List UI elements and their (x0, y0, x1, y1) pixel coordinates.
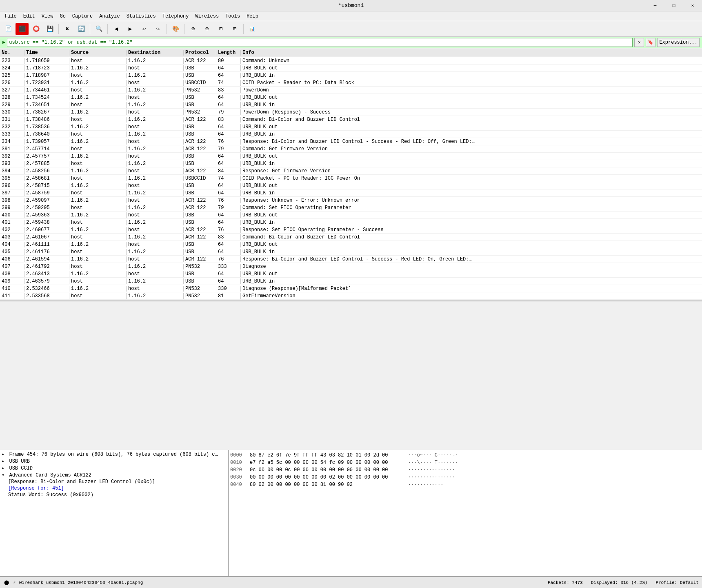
packet-list[interactable]: No. Time Source Destination Protocol Len… (0, 48, 702, 301)
hex-panel[interactable]: 0000 80 87 e2 6f 7e 9f ff ff 43 03 82 10… (229, 450, 702, 576)
cell-no: 323 (0, 58, 24, 64)
header-info: Info (241, 50, 702, 56)
toolbar-new[interactable]: 📄 (2, 23, 15, 35)
detail-tree[interactable]: ▸ Frame 454: 76 bytes on wire (608 bits)… (0, 450, 229, 576)
filter-input[interactable] (7, 38, 633, 47)
expression-button[interactable]: Expression... (657, 38, 700, 47)
table-row[interactable]: 329 1.734651 host 1.16.2 USB 64 URB_BULK… (0, 101, 702, 109)
table-row[interactable]: 399 2.459295 host 1.16.2 ACR 122 79 Comm… (0, 204, 702, 212)
table-row[interactable]: 327 1.734461 host 1.16.2 PN532 83 PowerD… (0, 87, 702, 94)
cell-no: 411 (0, 293, 24, 299)
cell-time: 2.459363 (24, 212, 69, 218)
table-row[interactable]: 392 2.457757 1.16.2 host USB 64 URB_BULK… (0, 153, 702, 160)
tree-frame[interactable]: ▸ Frame 454: 76 bytes on wire (608 bits)… (0, 451, 228, 458)
toolbar-colorize[interactable]: 🎨 (169, 23, 182, 35)
toolbar-reload[interactable]: 🔄 (75, 23, 88, 35)
menu-tools[interactable]: Tools (222, 11, 243, 21)
toolbar-capture-interfaces[interactable]: 📊 (246, 23, 259, 35)
table-row[interactable]: 402 2.460677 1.16.2 host ACR 122 76 Resp… (0, 226, 702, 234)
table-row[interactable]: 405 2.461176 host 1.16.2 USB 64 URB_BULK… (0, 248, 702, 256)
table-row[interactable]: 328 1.734524 1.16.2 host USB 64 URB_BULK… (0, 94, 702, 101)
cell-dst: 1.16.2 (127, 131, 184, 137)
toolbar-zoom-in[interactable]: ⊕ (187, 23, 200, 35)
toolbar-zoom-out[interactable]: ⊖ (200, 23, 213, 35)
table-row[interactable]: 334 1.739057 1.16.2 host ACR 122 76 Resp… (0, 138, 702, 145)
cell-no: 412 (0, 301, 24, 302)
cell-dst: host (127, 109, 184, 115)
table-row[interactable]: 395 2.458681 host 1.16.2 USBCCID 74 CCID… (0, 175, 702, 182)
minimize-button[interactable]: ─ (646, 0, 664, 11)
tree-response[interactable]: [Response: Bi-Color and Buzzer LED Contr… (0, 479, 228, 485)
toolbar-normal-size[interactable]: ⊡ (214, 23, 227, 35)
table-row[interactable]: 394 2.458256 1.16.2 host ACR 122 84 Resp… (0, 167, 702, 175)
table-row[interactable]: 391 2.457714 host 1.16.2 ACR 122 79 Comm… (0, 145, 702, 153)
toolbar-next[interactable]: ↪ (151, 23, 164, 35)
table-row[interactable]: 323 1.718659 host 1.16.2 ACR 122 80 Comm… (0, 57, 702, 65)
cell-len: 76 (216, 198, 241, 203)
table-row[interactable]: 393 2.457885 host 1.16.2 USB 64 URB_BULK… (0, 160, 702, 167)
cell-time: 2.458759 (24, 190, 69, 196)
tree-status-word[interactable]: Status Word: Success (0x9002) (0, 492, 228, 498)
toolbar-close-file[interactable]: ✖ (61, 23, 74, 35)
table-row[interactable]: 333 1.738640 host 1.16.2 USB 64 URB_BULK… (0, 131, 702, 138)
cell-info: CCID Packet - PC to Reader: ICC Power On (241, 176, 702, 181)
table-row[interactable]: 330 1.738267 1.16.2 host PN532 79 PowerD… (0, 109, 702, 116)
table-row[interactable]: 407 2.461792 host 1.16.2 PN532 333 Diagn… (0, 263, 702, 270)
table-row[interactable]: 398 2.459097 1.16.2 host ACR 122 76 Resp… (0, 197, 702, 204)
menu-statistics[interactable]: Statistics (123, 11, 159, 21)
cell-len: 64 (216, 271, 241, 277)
toolbar-prev[interactable]: ↩ (138, 23, 151, 35)
menu-analyze[interactable]: Analyze (96, 11, 123, 21)
table-row[interactable]: 404 2.461111 1.16.2 host USB 64 URB_BULK… (0, 241, 702, 248)
toolbar-open[interactable]: ⬛ (16, 23, 29, 35)
menu-edit[interactable]: Edit (20, 11, 38, 21)
toolbar-close[interactable]: ⭕ (29, 23, 42, 35)
table-row[interactable]: 403 2.461067 host 1.16.2 ACR 122 83 Comm… (0, 234, 702, 241)
table-row[interactable]: 409 2.463579 host 1.16.2 USB 64 URB_BULK… (0, 278, 702, 285)
tree-acr[interactable]: ▾ Advanced Card Systems ACR122 (0, 472, 228, 479)
toolbar-forward[interactable]: ▶ (124, 23, 137, 35)
tree-usb-urb[interactable]: ▸ USB URB (0, 458, 228, 465)
toolbar-find[interactable]: 🔍 (92, 23, 105, 35)
menu-file[interactable]: File (2, 11, 20, 21)
menu-capture[interactable]: Capture (69, 11, 96, 21)
cell-info: URB_BULK out (241, 183, 702, 189)
close-button[interactable]: ✕ (683, 0, 702, 11)
cell-time: 2.458715 (24, 183, 69, 189)
table-row[interactable]: 332 1.738536 1.16.2 host USB 64 URB_BULK… (0, 123, 702, 131)
table-row[interactable]: 400 2.459363 1.16.2 host USB 64 URB_BULK… (0, 212, 702, 219)
hex-bytes: 0c 00 00 00 0c 00 00 00 00 00 00 00 00 0… (250, 466, 405, 474)
table-row[interactable]: 397 2.458759 host 1.16.2 USB 64 URB_BULK… (0, 189, 702, 197)
table-row[interactable]: 326 1.723931 1.16.2 host USBCCID 74 CCID… (0, 79, 702, 87)
table-row[interactable]: 324 1.718723 1.16.2 host USB 64 URB_BULK… (0, 65, 702, 72)
hex-ascii: ···\···· T······· (408, 459, 458, 466)
table-row[interactable]: 401 2.459438 host 1.16.2 USB 64 URB_BULK… (0, 219, 702, 226)
filter-clear-button[interactable]: ✕ (634, 38, 644, 47)
toolbar-resize-columns[interactable]: ⊞ (228, 23, 241, 35)
table-row[interactable]: 331 1.738486 host 1.16.2 ACR 122 83 Comm… (0, 116, 702, 123)
separator-4 (167, 24, 167, 34)
cell-info: URB_BULK out (241, 154, 702, 159)
menu-help[interactable]: Help (243, 11, 262, 21)
tree-response-for[interactable]: [Response for: 451] (0, 485, 228, 492)
cell-src: host (69, 131, 127, 137)
tree-usb-ccid[interactable]: ▸ USB CCID (0, 465, 228, 472)
filter-bookmark-button[interactable]: 🔖 (646, 38, 655, 47)
table-row[interactable]: 410 2.532466 1.16.2 host PN532 330 Diagn… (0, 285, 702, 292)
menu-view[interactable]: View (38, 11, 57, 21)
table-row[interactable]: 412 2.533615 1.16.2 host USB 64 URB_BULK… (0, 300, 702, 301)
menu-wireless[interactable]: Wireless (192, 11, 222, 21)
table-row[interactable]: 408 2.463413 1.16.2 host USB 64 URB_BULK… (0, 270, 702, 278)
maximize-button[interactable]: □ (664, 0, 683, 11)
cell-dst: 1.16.2 (127, 293, 184, 299)
table-row[interactable]: 396 2.458715 1.16.2 host USB 64 URB_BULK… (0, 182, 702, 189)
menu-go[interactable]: Go (56, 11, 69, 21)
table-row[interactable]: 411 2.533568 host 1.16.2 PN532 81 GetFir… (0, 292, 702, 300)
cell-no: 410 (0, 286, 24, 292)
menu-telephony[interactable]: Telephony (159, 11, 192, 21)
toolbar-save[interactable]: 💾 (43, 23, 56, 35)
toolbar-back[interactable]: ◀ (110, 23, 123, 35)
table-row[interactable]: 406 2.461594 1.16.2 host ACR 122 76 Resp… (0, 256, 702, 263)
cell-time: 2.461067 (24, 234, 69, 240)
table-row[interactable]: 325 1.718987 host 1.16.2 USB 64 URB_BULK… (0, 72, 702, 79)
